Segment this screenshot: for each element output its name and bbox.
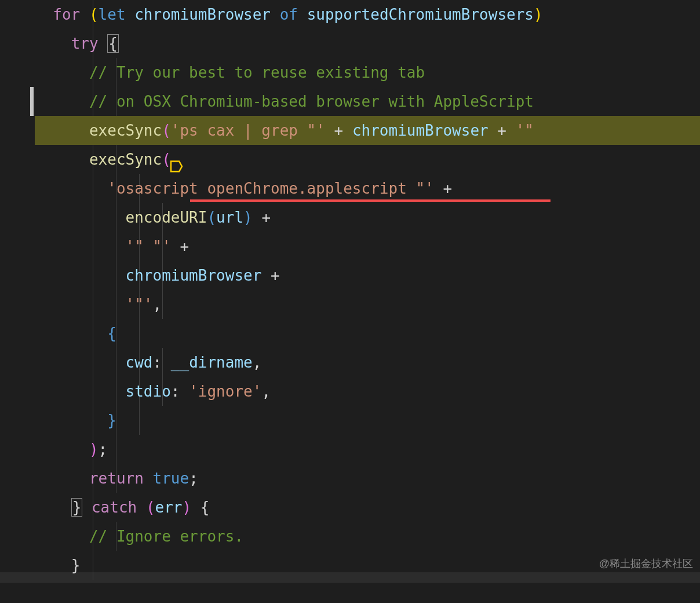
key-cwd: cwd bbox=[126, 354, 153, 371]
paren-open: ( bbox=[207, 209, 216, 226]
string-literal: '" bbox=[516, 122, 534, 139]
var-err: err bbox=[155, 499, 183, 516]
key-stdio: stdio bbox=[126, 383, 171, 400]
code-line[interactable]: { bbox=[35, 319, 700, 348]
code-line[interactable]: cwd: __dirname, bbox=[35, 348, 700, 377]
comment: // on OSX Chromium-based browser with Ap… bbox=[89, 93, 534, 110]
keyword-catch: catch bbox=[92, 499, 137, 516]
operator-plus: + bbox=[497, 122, 506, 139]
operator-plus: + bbox=[180, 238, 189, 255]
keyword-for: for bbox=[53, 6, 80, 23]
code-line[interactable]: try { bbox=[35, 29, 700, 58]
debug-pointer-icon[interactable] bbox=[115, 124, 129, 138]
gutter-mark bbox=[30, 87, 34, 116]
code-line[interactable]: } bbox=[35, 406, 700, 435]
comma: , bbox=[153, 296, 162, 313]
code-line[interactable]: // on OSX Chromium-based browser with Ap… bbox=[35, 87, 700, 116]
operator-plus: + bbox=[443, 180, 452, 197]
colon: : bbox=[153, 354, 162, 371]
var-chromiumBrowser: chromiumBrowser bbox=[134, 6, 271, 23]
comment: // Try our best to reuse existing tab bbox=[89, 64, 425, 81]
code-line[interactable]: } catch (err) { bbox=[35, 493, 700, 522]
string-literal: 'ps cax | grep "' bbox=[171, 122, 325, 139]
code-line[interactable]: '"', bbox=[35, 290, 700, 319]
code-line[interactable]: // Try our best to reuse existing tab bbox=[35, 58, 700, 87]
brace-close: } bbox=[107, 412, 116, 429]
paren-close: ) bbox=[89, 441, 99, 458]
paren-open: ( bbox=[146, 499, 155, 516]
var-dirname: __dirname bbox=[171, 354, 253, 371]
string-literal: '"' bbox=[126, 296, 153, 313]
var-chromiumBrowser: chromiumBrowser bbox=[126, 267, 262, 284]
brace-open: { bbox=[200, 499, 210, 516]
brace-open: { bbox=[107, 325, 116, 342]
code-line[interactable]: ); bbox=[35, 435, 700, 464]
var-chromiumBrowser: chromiumBrowser bbox=[352, 122, 488, 139]
comma: , bbox=[253, 354, 262, 371]
code-line[interactable]: for (let chromiumBrowser of supportedChr… bbox=[35, 0, 700, 29]
code-line[interactable]: // Ignore errors. bbox=[35, 522, 700, 551]
var-url: url bbox=[216, 209, 243, 226]
horizontal-scrollbar[interactable] bbox=[0, 572, 700, 583]
string-literal: 'osascript openChrome.applescript "' bbox=[107, 180, 434, 197]
colon: : bbox=[171, 383, 180, 400]
code-line-highlighted[interactable]: execSync('ps cax | grep "' + chromiumBro… bbox=[35, 116, 700, 145]
error-underline bbox=[190, 199, 550, 202]
paren-close: ) bbox=[534, 6, 543, 23]
keyword-true: true bbox=[153, 470, 189, 487]
code-line[interactable]: encodeURI(url) + bbox=[35, 203, 700, 232]
string-literal: 'ignore' bbox=[189, 383, 261, 400]
semicolon: ; bbox=[99, 441, 108, 458]
keyword-return: return bbox=[89, 470, 144, 487]
watermark: @稀土掘金技术社区 bbox=[599, 554, 693, 574]
operator-plus: + bbox=[334, 122, 344, 139]
brace-close: } bbox=[71, 498, 83, 517]
code-line[interactable]: chromiumBrowser + bbox=[35, 261, 700, 290]
code-line[interactable]: stdio: 'ignore', bbox=[35, 377, 700, 406]
paren-close: ) bbox=[183, 499, 192, 516]
operator-plus: + bbox=[261, 209, 271, 226]
func-encodeURI: encodeURI bbox=[126, 209, 207, 226]
comma: , bbox=[261, 383, 271, 400]
paren-open: ( bbox=[89, 6, 99, 23]
code-line[interactable]: '" "' + bbox=[35, 232, 700, 261]
keyword-try: try bbox=[71, 35, 99, 52]
comment: // Ignore errors. bbox=[89, 528, 243, 545]
paren-close: ) bbox=[243, 209, 253, 226]
code-line[interactable]: return true; bbox=[35, 464, 700, 493]
brace-open: { bbox=[107, 34, 119, 53]
var-supportedChromiumBrowsers: supportedChromiumBrowsers bbox=[307, 6, 534, 23]
operator-plus: + bbox=[271, 267, 280, 284]
keyword-let: let bbox=[99, 6, 126, 23]
keyword-of: of bbox=[280, 6, 298, 23]
code-editor[interactable]: for (let chromiumBrowser of supportedChr… bbox=[0, 0, 700, 580]
semicolon: ; bbox=[189, 470, 198, 487]
brace-close: } bbox=[71, 557, 81, 574]
paren-open: ( bbox=[162, 122, 171, 139]
string-literal: '" "' bbox=[126, 238, 171, 255]
